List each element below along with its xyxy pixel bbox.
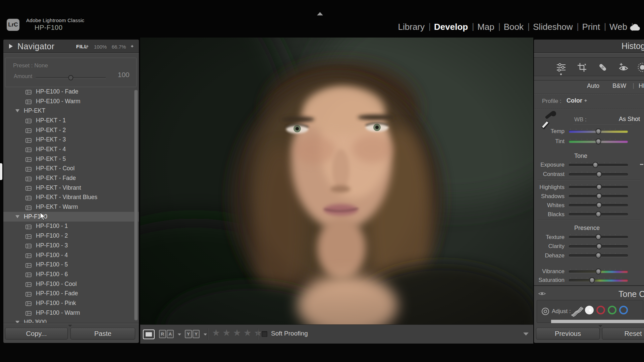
- star-icon[interactable]: ★: [222, 327, 230, 338]
- slider-thumb[interactable]: [596, 252, 601, 258]
- fit-mode-updown-icon[interactable]: [86, 44, 89, 49]
- slider-thumb[interactable]: [596, 268, 601, 275]
- bw-button[interactable]: B&W: [612, 82, 626, 89]
- preset-row[interactable]: HP-F100 - 4: [3, 250, 139, 260]
- targeted-adjustment-icon[interactable]: [541, 307, 550, 317]
- slider-track[interactable]: [569, 236, 628, 238]
- previous-button[interactable]: Previous: [536, 328, 600, 340]
- star-rating[interactable]: ★★★★★: [212, 327, 262, 338]
- preset-row[interactable]: HP-EKT - 4: [3, 144, 139, 154]
- crop-overlay-icon[interactable]: [577, 62, 587, 72]
- group-expand-triangle-icon[interactable]: [15, 109, 19, 112]
- preset-row[interactable]: HP-EKT - Cool: [3, 164, 139, 174]
- zoom-level-updown-icon[interactable]: [131, 44, 134, 49]
- auto-button[interactable]: Auto: [587, 82, 599, 89]
- preset-row[interactable]: HP-EKT - Vibrant Blues: [3, 193, 139, 202]
- module-tab[interactable]: Print: [578, 22, 605, 32]
- slider-track[interactable]: [569, 173, 628, 176]
- navigator-header[interactable]: Navigator FILL 100% 66.7%: [3, 40, 139, 53]
- copy-button[interactable]: Copy...: [5, 328, 68, 340]
- toolbar-collapse-chevron-icon[interactable]: [523, 333, 529, 336]
- preset-row[interactable]: HP-F100 - 3: [3, 241, 139, 250]
- wb-value[interactable]: As Shot: [619, 116, 640, 123]
- group-expand-triangle-icon[interactable]: [15, 215, 19, 218]
- preset-row[interactable]: HP-EKT - Warm: [3, 202, 139, 212]
- slider-track[interactable]: [569, 186, 628, 188]
- panel-resize-nub-icon[interactable]: [68, 325, 72, 327]
- panel-resize-nub-icon[interactable]: [598, 325, 602, 327]
- slider-track[interactable]: [569, 140, 628, 143]
- curve-channel-button[interactable]: [608, 306, 616, 314]
- star-icon[interactable]: ★: [212, 327, 220, 338]
- module-tab[interactable]: Map: [473, 22, 499, 32]
- preset-row[interactable]: HP-F100 - Warm: [3, 308, 139, 318]
- slider-thumb[interactable]: [596, 138, 601, 144]
- soft-proofing-checkbox[interactable]: [262, 331, 267, 337]
- slider-thumb[interactable]: [589, 277, 595, 283]
- before-after-button[interactable]: Y Y: [185, 330, 200, 338]
- panel-visibility-eye-icon[interactable]: [538, 291, 546, 297]
- compare-view-dropdown-icon[interactable]: [178, 334, 181, 336]
- preset-row[interactable]: HP-EKT - Vibrant: [3, 183, 139, 193]
- profile-updown-icon[interactable]: [584, 98, 588, 103]
- curve-channel-button[interactable]: [619, 306, 628, 314]
- slider-thumb[interactable]: [596, 184, 602, 190]
- slider-track[interactable]: [569, 195, 628, 197]
- top-panel-collapse-arrow-icon[interactable]: [317, 12, 323, 15]
- module-tab[interactable]: Develop: [429, 22, 473, 32]
- preset-list-scrollbar[interactable]: [134, 90, 138, 320]
- slider-thumb[interactable]: [596, 243, 602, 249]
- before-after-dropdown-icon[interactable]: [204, 334, 207, 336]
- preset-row[interactable]: HP-F100 - Pink: [3, 298, 139, 308]
- preset-row[interactable]: HP-F100: [3, 212, 139, 222]
- slider-track[interactable]: [569, 279, 628, 282]
- amount-slider[interactable]: [36, 77, 106, 78]
- red-eye-correction-icon[interactable]: [619, 62, 629, 72]
- preset-row[interactable]: HP-F100 - 5: [3, 260, 139, 269]
- cloud-sync-icon[interactable]: [624, 20, 641, 35]
- loupe-photo-canvas[interactable]: [140, 38, 533, 324]
- preset-row[interactable]: HP-EKT - 5: [3, 154, 139, 164]
- preset-row[interactable]: HP-J600: [3, 318, 139, 323]
- preset-row[interactable]: HP-EKT - 1: [3, 116, 139, 125]
- reset-button[interactable]: Reset: [602, 328, 644, 340]
- compare-view-button[interactable]: R A: [159, 330, 174, 338]
- slider-thumb[interactable]: [593, 162, 598, 168]
- module-tab[interactable]: Book: [499, 22, 528, 32]
- navigator-expand-triangle-icon[interactable]: [9, 44, 13, 49]
- module-tab[interactable]: Slideshow: [528, 22, 578, 32]
- slider-track[interactable]: [569, 245, 628, 248]
- slider-thumb[interactable]: [596, 193, 602, 199]
- slider-track[interactable]: [569, 213, 628, 216]
- masking-icon[interactable]: [637, 62, 644, 72]
- healing-brush-icon[interactable]: [598, 62, 608, 72]
- zoom-level-100[interactable]: 100%: [94, 44, 107, 50]
- slider-track[interactable]: [569, 130, 628, 133]
- preset-row[interactable]: HP-E100 - Fade: [3, 87, 139, 97]
- preset-row[interactable]: HP-E100 - Warm: [3, 97, 139, 106]
- preset-row[interactable]: HP-F100 - Fade: [3, 289, 139, 298]
- slider-track[interactable]: [569, 164, 628, 166]
- loupe-view-button[interactable]: [143, 329, 155, 339]
- hdr-button[interactable]: HDR: [639, 82, 644, 89]
- left-panel-show-tab[interactable]: [0, 163, 2, 180]
- slider-thumb[interactable]: [596, 211, 601, 217]
- preset-row[interactable]: HP-EKT - 2: [3, 125, 139, 135]
- slider-thumb[interactable]: [596, 171, 602, 177]
- histogram-header[interactable]: Histogram: [534, 40, 644, 53]
- preset-row[interactable]: HP-EKT - 3: [3, 135, 139, 144]
- slider-track[interactable]: [569, 270, 628, 273]
- preset-row[interactable]: HP-F100 - 2: [3, 231, 139, 241]
- slider-thumb[interactable]: [596, 202, 602, 208]
- curve-channel-button[interactable]: [585, 306, 594, 314]
- basic-adjustments-icon[interactable]: [556, 62, 566, 72]
- curve-channel-button[interactable]: [596, 306, 605, 314]
- star-icon[interactable]: ★: [233, 327, 241, 338]
- slider-track[interactable]: [569, 204, 628, 206]
- module-tab[interactable]: Library: [393, 22, 429, 32]
- slider-thumb[interactable]: [596, 234, 601, 240]
- preset-row[interactable]: HP-F100 - 1: [3, 222, 139, 231]
- preset-row[interactable]: HP-F100 - 6: [3, 269, 139, 279]
- parametric-curves-icon[interactable]: [571, 306, 583, 318]
- amount-slider-thumb[interactable]: [68, 75, 73, 80]
